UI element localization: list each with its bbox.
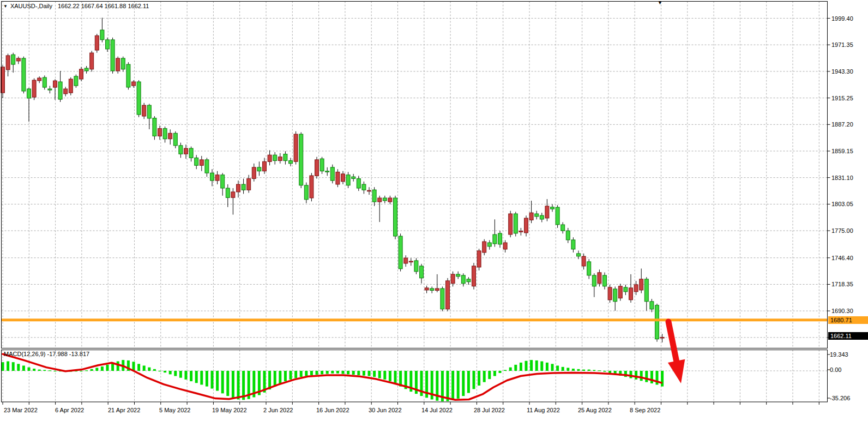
time-axis-label: 28 Jul 2022 (474, 407, 505, 413)
price-axis-label: 1887.20 (831, 121, 853, 128)
price-axis-label: 1831.10 (831, 175, 853, 181)
time-axis-label: 23 Mar 2022 (4, 407, 38, 413)
chart-window: ▼XAUUSD-,Daily1662.22 1667.64 1661.88 16… (0, 0, 868, 421)
time-axis-label: 25 Aug 2022 (578, 407, 612, 413)
symbol-title: XAUUSD-,Daily (10, 3, 52, 9)
time-axis-label: 21 Apr 2022 (108, 407, 140, 413)
macd-axis-label: 0.00 (830, 366, 841, 373)
time-axis-label: 8 Sep 2022 (630, 407, 660, 413)
time-axis-label: 5 May 2022 (159, 407, 190, 413)
price-axis-label: 1803.05 (831, 201, 853, 207)
time-axis-label: 19 May 2022 (212, 407, 247, 413)
macd-indicator-label: MACD(12,26,9) -17.988 -13.817 (4, 351, 89, 357)
price-axis-label: 1999.40 (831, 15, 853, 22)
time-axis-label: 11 Aug 2022 (527, 407, 560, 413)
price-axis-label: 1690.30 (831, 308, 853, 314)
current-price-tag: 1662.11 (828, 332, 868, 340)
macd-axis-label: 19.343 (830, 351, 848, 358)
symbol-dropdown-icon[interactable]: ▼ (3, 4, 8, 9)
chart-canvas[interactable] (0, 0, 868, 421)
time-axis-label: 2 Jun 2022 (263, 407, 293, 413)
time-axis-label: 16 Jun 2022 (316, 407, 349, 413)
time-axis-label: 14 Jul 2022 (421, 407, 453, 413)
price-axis-label: 1943.30 (831, 68, 853, 75)
price-axis-label: 1775.00 (831, 227, 853, 234)
price-axis-label: 1915.25 (831, 95, 853, 101)
chart-header: ▼XAUUSD-,Daily1662.22 1667.64 1661.88 16… (3, 3, 149, 9)
price-axis-label: 1746.40 (831, 255, 853, 261)
price-axis-label: 1718.35 (831, 281, 853, 287)
chart-shift-marker-icon[interactable]: ▼ (658, 0, 662, 5)
price-axis-label: 1971.35 (831, 41, 853, 48)
macd-axis-label: -35.206 (830, 395, 850, 401)
header-ohlc-values: 1662.22 1667.64 1661.88 1662.11 (58, 3, 149, 9)
time-axis-label: 6 Apr 2022 (55, 407, 84, 413)
hline-price-tag: 1680.71 (828, 316, 868, 324)
time-axis-label: 30 Jun 2022 (369, 407, 402, 413)
price-axis-label: 1859.15 (831, 148, 853, 154)
